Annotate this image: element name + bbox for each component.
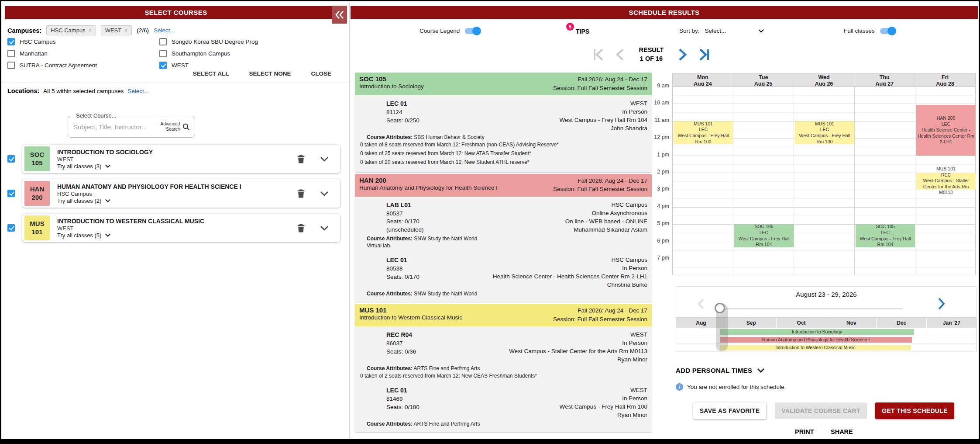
select-none-button[interactable]: SELECT NONE — [249, 70, 291, 77]
validate-course-cart-button[interactable]: VALIDATE COURSE CART — [775, 402, 867, 419]
course-classes-dropdown[interactable]: Try all classes (3) — [57, 163, 101, 170]
info-icon: i — [676, 383, 683, 391]
campus-options: HSC Campus Manhattan SUTRA - Contract Ag… — [7, 38, 340, 73]
locations-select-link[interactable]: Select... — [127, 88, 149, 94]
course-classes-dropdown[interactable]: Try all classes (2) — [57, 198, 101, 204]
previous-result-icon[interactable] — [616, 48, 624, 62]
campus-option[interactable]: WEST — [159, 62, 340, 69]
advanced-search-link[interactable]: Advanced Search — [161, 121, 180, 132]
course-search-input[interactable] — [73, 123, 161, 131]
add-personal-times[interactable]: ADD PERSONAL TIMES — [676, 367, 765, 374]
select-all-button[interactable]: SELECT ALL — [193, 70, 229, 77]
course-card-han200[interactable]: HAN 200 HUMAN ANATOMY AND PHYSIOLOGY FOR… — [22, 179, 340, 208]
chevron-down-icon[interactable] — [320, 156, 329, 162]
result-course-term: Fall 2026: Aug 24 - Dec 17 — [553, 177, 647, 185]
result-course-term: Fall 2026: Aug 24 - Dec 17 — [553, 306, 647, 315]
search-icon[interactable] — [182, 123, 190, 131]
calendar-event-soc105-lec-tue[interactable]: SOC 105LECWest Campus - Frey Hall Rm 104 — [734, 224, 794, 247]
result-course-code: HAN 200 — [359, 177, 498, 184]
share-button[interactable]: SHARE — [831, 428, 853, 435]
course-attributes: Course Attributes: SBS Human Behavr & So… — [367, 134, 647, 140]
calendar-event-mus101-lec-wed[interactable]: MUS 101LECWest Campus - Frey Hall Rm 100 — [795, 121, 854, 144]
checkbox-icon[interactable] — [7, 190, 15, 197]
checkbox-icon[interactable] — [7, 38, 15, 45]
campus-option[interactable]: Songdo Korea SBU Degree Prog — [159, 38, 340, 45]
calendar-event-mus101-lec-mon[interactable]: MUS 101LECWest Campus - Frey Hall Rm 100 — [674, 121, 733, 144]
result-card-header[interactable]: HAN 200 Human Anatomy and Physiology for… — [355, 174, 652, 197]
course-legend-control: Course Legend — [420, 28, 480, 34]
checkbox-icon[interactable] — [7, 50, 15, 57]
chevron-down-icon[interactable] — [758, 29, 764, 33]
tips-label[interactable]: TIPS — [576, 28, 589, 35]
locations-row: Locations: All 5 within selected campuse… — [7, 87, 149, 94]
calendar-event-mus101-rec-fri[interactable]: MUS 101RECWest Campus - Staller Center f… — [916, 173, 976, 189]
calendar-event-soc105-lec-thu[interactable]: SOC 105LECWest Campus - Frey Hall Rm 104 — [856, 224, 915, 247]
chip-remove-icon[interactable]: × — [124, 28, 127, 34]
checkbox-icon[interactable] — [7, 62, 15, 69]
result-card-header[interactable]: MUS 101 Introduction to Western Classica… — [355, 304, 652, 326]
reserve-note: 0 taken of 20 seats reserved from March … — [360, 158, 647, 166]
section-mode: In Person — [559, 395, 647, 403]
full-classes-label: Full classes — [844, 28, 875, 34]
timeline-week-title: August 23 - 29, 2026 — [676, 291, 977, 298]
section-instructor: Christina Burke — [493, 281, 647, 289]
course-attributes-label: Course Attributes: — [367, 134, 413, 140]
chevron-down-icon[interactable] — [105, 233, 110, 237]
last-result-icon[interactable] — [698, 48, 710, 62]
day-header-thu: ThuAug 27 — [854, 73, 915, 86]
checkbox-icon[interactable] — [159, 50, 167, 57]
checkbox-icon[interactable] — [7, 224, 15, 232]
full-classes-toggle[interactable] — [880, 28, 895, 34]
chevron-down-icon[interactable] — [320, 191, 329, 196]
campus-chip[interactable]: WEST × — [101, 25, 132, 35]
checkbox-icon[interactable] — [7, 155, 15, 163]
campus-option[interactable]: HSC Campus — [7, 38, 159, 45]
section-number: 80538 — [386, 265, 420, 273]
first-result-icon[interactable] — [593, 48, 604, 62]
trash-icon[interactable] — [297, 154, 305, 164]
checkbox-icon[interactable] — [159, 62, 167, 69]
result-course-term: Fall 2026: Aug 24 - Dec 17 — [553, 75, 647, 84]
close-button[interactable]: CLOSE — [311, 70, 331, 77]
timeline-slider-handle[interactable] — [715, 303, 725, 313]
print-button[interactable]: PRINT — [795, 428, 814, 435]
campus-option[interactable]: SUTRA - Contract Agreement — [7, 62, 159, 69]
course-code-subject: HAN — [30, 185, 45, 194]
chevron-down-icon[interactable] — [320, 225, 329, 231]
trash-icon[interactable] — [297, 223, 305, 233]
trash-icon[interactable] — [297, 189, 305, 198]
course-card-mus101[interactable]: MUS 101 INTRODUCTION TO WESTERN CLASSICA… — [22, 214, 340, 242]
reserve-note: 0 taken of 2 seats reserved from March 1… — [360, 371, 647, 380]
get-this-schedule-button[interactable]: GET THIS SCHEDULE — [875, 402, 954, 419]
timeline-bar-mus101: Introduction to Western Classical Music — [720, 345, 911, 350]
result-card-soc105: SOC 105 Introduction to Sociology Fall 2… — [355, 73, 652, 172]
section-campus: WEST — [559, 386, 647, 395]
tips-control[interactable]: 5 TIPS — [566, 23, 574, 31]
calendar-event-han200-lec-fri[interactable]: HAN 200LECHealth Science Center - Health… — [916, 105, 976, 156]
chip-remove-icon[interactable]: × — [89, 28, 92, 34]
timeline-bar-soc105: Introduction to Sociology — [720, 329, 914, 335]
campus-option-label: HSC Campus — [20, 38, 56, 45]
chevron-down-icon[interactable] — [105, 164, 110, 168]
section-type: LEC 01 — [386, 256, 420, 265]
checkbox-icon[interactable] — [159, 38, 167, 45]
timeline-slider-track[interactable] — [720, 308, 902, 309]
course-classes-dropdown[interactable]: Try all classes (5) — [57, 232, 101, 239]
campus-option[interactable]: Manhattan — [7, 50, 159, 57]
campuses-select-link[interactable]: Select... — [154, 27, 175, 34]
collapse-panel-button[interactable] — [332, 6, 347, 24]
course-badge: HAN 200 — [24, 181, 50, 206]
timeline-prev-icon[interactable] — [697, 298, 705, 310]
course-attributes-value: SBS Human Behavr & Society — [414, 134, 484, 140]
timeline-next-icon[interactable] — [937, 297, 946, 310]
course-legend-toggle[interactable] — [465, 28, 480, 34]
result-card-header[interactable]: SOC 105 Introduction to Sociology Fall 2… — [355, 73, 652, 95]
course-card-soc105[interactable]: SOC 105 INTRODUCTION TO SOCIOLOGY WEST T… — [22, 145, 340, 173]
sort-by-select[interactable]: Select... — [705, 28, 753, 34]
campus-option[interactable]: Southampton Campus — [159, 50, 340, 57]
save-as-favorite-button[interactable]: SAVE AS FAVORITE — [693, 402, 766, 419]
next-result-icon[interactable] — [678, 48, 687, 62]
campus-chip[interactable]: HSC Campus × — [46, 25, 96, 35]
chevron-down-icon[interactable] — [105, 199, 110, 202]
sort-by-control: Sort by: Select... — [679, 28, 764, 34]
